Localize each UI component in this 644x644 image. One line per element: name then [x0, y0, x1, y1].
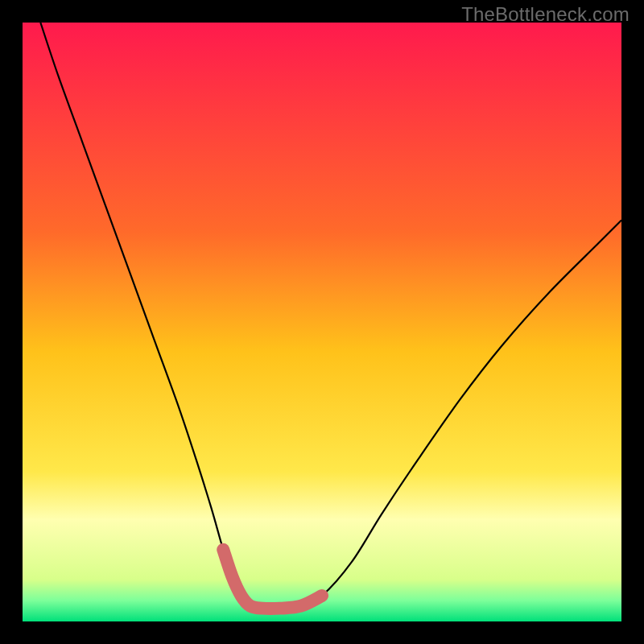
- plot-area: [23, 23, 621, 621]
- bottleneck-chart: [23, 23, 621, 621]
- chart-frame: TheBottleneck.com: [0, 0, 644, 644]
- gradient-background: [23, 23, 621, 621]
